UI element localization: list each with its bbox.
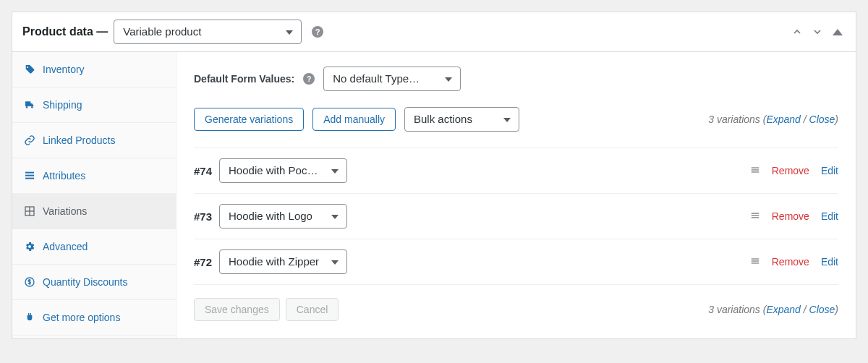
tab-advanced[interactable]: Advanced: [12, 229, 176, 265]
default-values-row: Default Form Values: ? No default Type…: [194, 67, 838, 91]
panel-up-icon[interactable]: [789, 24, 805, 40]
tab-shipping[interactable]: Shipping: [12, 87, 176, 123]
tab-inventory[interactable]: Inventory: [12, 52, 176, 87]
panel-title: Product data —: [22, 25, 108, 38]
variation-row[interactable]: #73 Hoodie with Logo Remove Edit: [194, 194, 838, 239]
expand-link[interactable]: Expand: [766, 304, 800, 315]
variations-count-text-bottom: 3 variations (Expand / Close): [708, 304, 838, 315]
panel-body: Inventory Shipping Linked Products Attri…: [12, 52, 856, 338]
save-changes-button[interactable]: Save changes: [194, 298, 280, 321]
tab-variations[interactable]: Variations: [12, 194, 176, 229]
list-icon: [24, 170, 35, 182]
remove-link[interactable]: Remove: [772, 165, 809, 176]
tab-label: Attributes: [43, 170, 85, 182]
svg-rect-2: [25, 178, 34, 179]
variations-footer: Save changes Cancel 3 variations (Expand…: [194, 285, 838, 321]
variation-id: #73: [194, 210, 212, 223]
edit-link[interactable]: Edit: [821, 210, 838, 222]
tab-label: Quantity Discounts: [43, 276, 128, 288]
tab-linked-products[interactable]: Linked Products: [12, 123, 176, 158]
help-icon[interactable]: ?: [312, 26, 323, 38]
panel-toggle-group: [789, 24, 846, 40]
panel-collapse-icon[interactable]: [830, 24, 846, 40]
variation-list: #74 Hoodie with Pocket Remove Edit: [194, 148, 838, 285]
svg-rect-1: [25, 175, 34, 176]
generate-variations-button[interactable]: Generate variations: [194, 108, 304, 131]
gear-icon: [24, 241, 35, 252]
tab-label: Get more options: [43, 312, 120, 323]
variation-row[interactable]: #72 Hoodie with Zipper Remove Edit: [194, 239, 838, 285]
dollar-icon: [24, 276, 35, 288]
edit-link[interactable]: Edit: [821, 256, 838, 268]
variation-type-select[interactable]: Hoodie with Pocket: [219, 158, 347, 183]
tab-label: Variations: [43, 205, 87, 217]
variations-toolbar: Generate variations Add manually Bulk ac…: [194, 107, 838, 132]
product-type-select[interactable]: Variable product: [114, 20, 302, 44]
close-link[interactable]: Close: [809, 304, 835, 315]
panel-down-icon[interactable]: [809, 24, 825, 40]
default-values-label: Default Form Values:: [194, 73, 294, 85]
variations-pane: Default Form Values: ? No default Type… …: [176, 52, 856, 338]
tab-label: Inventory: [43, 64, 85, 75]
help-icon[interactable]: ?: [303, 73, 315, 85]
remove-link[interactable]: Remove: [772, 210, 809, 222]
product-data-panel: Product data — Variable product ? Invent…: [12, 12, 856, 339]
tab-label: Advanced: [43, 241, 88, 252]
drag-handle-icon[interactable]: [750, 165, 760, 177]
grid-icon: [24, 205, 35, 217]
variation-row[interactable]: #74 Hoodie with Pocket Remove Edit: [194, 148, 838, 194]
sidebar: Inventory Shipping Linked Products Attri…: [12, 52, 176, 338]
tab-attributes[interactable]: Attributes: [12, 158, 176, 194]
svg-rect-0: [25, 172, 34, 174]
cancel-button[interactable]: Cancel: [286, 298, 339, 321]
drag-handle-icon[interactable]: [750, 256, 760, 268]
bulk-actions-select[interactable]: Bulk actions: [404, 107, 519, 132]
panel-header: Product data — Variable product ?: [12, 12, 856, 52]
variation-type-select[interactable]: Hoodie with Logo: [219, 204, 347, 229]
tab-get-more[interactable]: Get more options: [12, 300, 176, 336]
truck-icon: [24, 99, 35, 111]
variation-type-select[interactable]: Hoodie with Zipper: [219, 249, 347, 274]
add-manually-button[interactable]: Add manually: [312, 108, 396, 131]
tab-label: Linked Products: [43, 134, 115, 146]
drag-handle-icon[interactable]: [750, 210, 760, 223]
variation-id: #74: [194, 165, 212, 177]
tab-label: Shipping: [43, 99, 82, 111]
link-icon: [24, 134, 35, 146]
tag-icon: [24, 64, 35, 75]
variation-id: #72: [194, 256, 212, 268]
expand-link[interactable]: Expand: [766, 114, 800, 125]
remove-link[interactable]: Remove: [772, 256, 809, 268]
variations-count-text: 3 variations (Expand / Close): [708, 114, 838, 125]
edit-link[interactable]: Edit: [821, 165, 838, 176]
tab-quantity-discounts[interactable]: Quantity Discounts: [12, 265, 176, 300]
default-type-select[interactable]: No default Type…: [323, 67, 461, 91]
plug-icon: [24, 312, 35, 323]
close-link[interactable]: Close: [809, 114, 835, 125]
